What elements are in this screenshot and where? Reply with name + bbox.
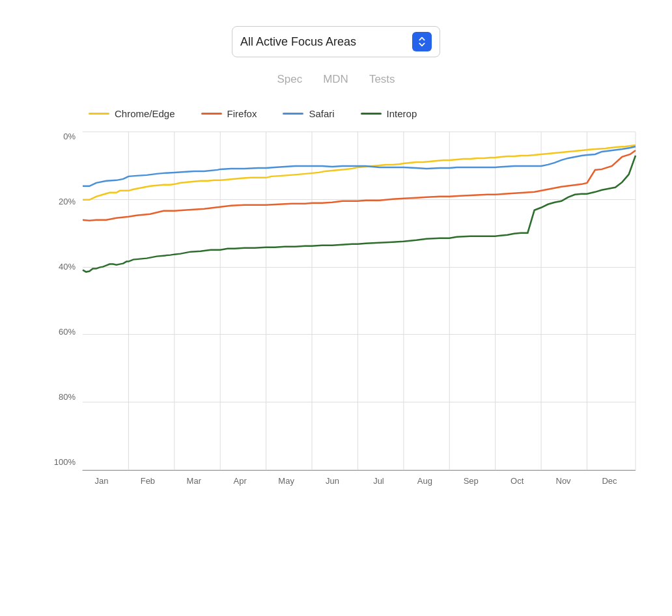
x-label-sep: Sep — [451, 476, 490, 486]
x-label-nov: Nov — [544, 476, 583, 486]
chart-legend: Chrome/Edge Firefox Safari Interop — [36, 108, 636, 119]
chevron-updown-icon — [412, 32, 432, 51]
y-label-20: 20% — [36, 197, 82, 206]
chart-body: Jan Feb Mar Apr May Jun Jul Aug Sep Oct … — [82, 132, 636, 486]
y-label-0: 0% — [36, 132, 82, 141]
legend-chrome: Chrome/Edge — [89, 108, 175, 119]
interop-legend-label: Interop — [387, 108, 417, 119]
legend-firefox: Firefox — [201, 108, 257, 119]
y-axis: 100% 80% 60% 40% 20% 0% — [36, 132, 82, 486]
safari-legend-line — [283, 113, 303, 115]
x-label-apr: Apr — [221, 476, 260, 486]
legend-interop: Interop — [361, 108, 417, 119]
chart-area: 100% 80% 60% 40% 20% 0% — [36, 132, 636, 486]
firefox-legend-line — [201, 113, 222, 115]
tab-mdn[interactable]: MDN — [323, 70, 348, 89]
x-label-jul: Jul — [359, 476, 398, 486]
firefox-legend-label: Firefox — [227, 108, 257, 119]
x-label-may: May — [267, 476, 306, 486]
x-label-oct: Oct — [497, 476, 537, 486]
chrome-legend-line — [89, 113, 109, 115]
x-label-mar: Mar — [175, 476, 214, 486]
x-label-feb: Feb — [128, 476, 167, 486]
y-label-80: 80% — [36, 393, 82, 401]
chart-grid — [82, 132, 636, 471]
dropdown-label: All Active Focus Areas — [240, 35, 356, 49]
x-label-aug: Aug — [405, 476, 444, 486]
tab-spec[interactable]: Spec — [277, 70, 302, 89]
y-label-100: 100% — [36, 458, 82, 466]
interop-legend-line — [361, 113, 382, 115]
chart-container: Chrome/Edge Firefox Safari Interop 100% … — [36, 108, 636, 486]
chart-lines-svg — [83, 132, 636, 470]
focus-area-dropdown[interactable]: All Active Focus Areas — [232, 26, 440, 57]
tab-tests[interactable]: Tests — [369, 70, 395, 89]
tab-bar: Spec MDN Tests — [277, 70, 395, 89]
y-label-40: 40% — [36, 262, 82, 271]
x-label-dec: Dec — [590, 476, 629, 486]
x-label-jun: Jun — [313, 476, 352, 486]
x-axis: Jan Feb Mar Apr May Jun Jul Aug Sep Oct … — [82, 471, 636, 486]
safari-legend-label: Safari — [309, 108, 334, 119]
legend-safari: Safari — [283, 108, 334, 119]
chrome-legend-label: Chrome/Edge — [115, 108, 175, 119]
x-label-jan: Jan — [82, 476, 121, 486]
y-label-60: 60% — [36, 328, 82, 336]
